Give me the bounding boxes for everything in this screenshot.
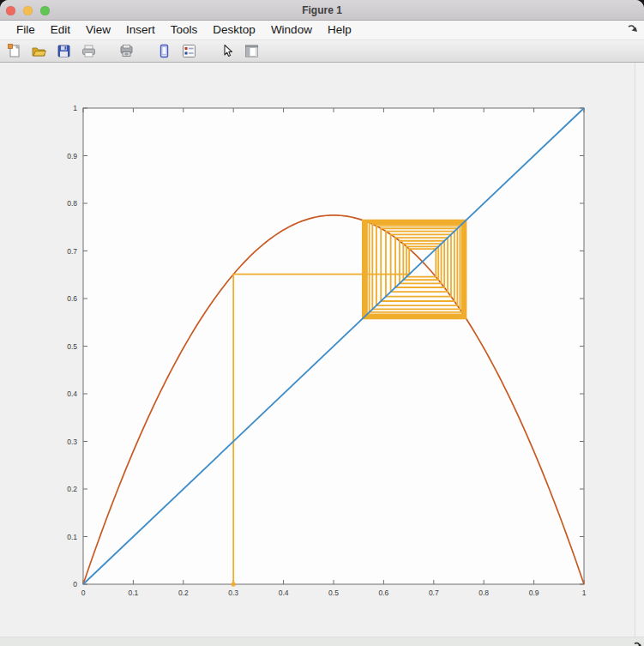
bottom-edge-strip [0, 637, 644, 646]
print-preview-icon[interactable] [117, 43, 135, 60]
y-tick-label: 0.6 [67, 294, 77, 303]
x-tick-label: 0.9 [529, 589, 539, 597]
dock-figure-icon[interactable] [627, 23, 639, 35]
y-tick-label: 0.3 [67, 438, 77, 446]
y-tick-label: 0.8 [67, 199, 77, 208]
new-figure-icon[interactable] [5, 43, 22, 60]
y-tick-label: 0 [73, 580, 77, 589]
cobweb-plot: 00.10.20.30.40.50.60.70.80.9100.10.20.30… [0, 63, 644, 646]
menu-file[interactable]: File [9, 21, 43, 39]
menu-bar: File Edit View Insert Tools Desktop Wind… [0, 21, 644, 40]
x-tick-label: 0.2 [178, 589, 189, 597]
y-tick-label: 0.5 [67, 342, 77, 351]
x-tick-label: 0.8 [478, 589, 489, 597]
x-tick-label: 0.3 [228, 589, 238, 597]
figure-window: Figure 1 File Edit View Insert Tools Des… [0, 0, 644, 646]
y-tick-label: 0.4 [67, 389, 77, 398]
print-figure-icon[interactable] [80, 43, 97, 60]
y-tick-label: 0.1 [67, 533, 77, 541]
menu-insert[interactable]: Insert [118, 21, 163, 39]
cobweb-start-marker [232, 582, 236, 586]
y-tick-label: 1 [73, 104, 77, 112]
right-edge-strip [635, 63, 644, 646]
save-figure-icon[interactable] [55, 43, 72, 60]
x-tick-label: 0.5 [328, 589, 339, 597]
menu-window[interactable]: Window [263, 21, 320, 39]
x-tick-label: 0.6 [378, 589, 388, 597]
menu-help[interactable]: Help [320, 21, 359, 39]
x-tick-label: 0.1 [128, 589, 138, 597]
figure-toolbar [0, 40, 644, 63]
window-title: Figure 1 [0, 0, 644, 20]
figure-palette-icon[interactable] [155, 43, 172, 60]
y-tick-label: 0.2 [67, 485, 77, 493]
x-tick-label: 1 [582, 589, 587, 597]
y-tick-label: 0.9 [67, 152, 77, 160]
x-tick-label: 0 [81, 589, 86, 597]
x-tick-label: 0.4 [279, 589, 289, 597]
y-tick-label: 0.7 [67, 247, 77, 256]
menu-desktop[interactable]: Desktop [205, 21, 263, 39]
property-editor-icon[interactable] [180, 43, 197, 60]
title-bar[interactable]: Figure 1 [0, 0, 644, 21]
edit-plot-icon[interactable] [218, 43, 235, 60]
menu-edit[interactable]: Edit [43, 21, 78, 39]
open-file-icon[interactable] [30, 43, 47, 60]
resize-grip-icon[interactable] [634, 638, 642, 646]
menu-view[interactable]: View [78, 21, 118, 39]
plot-browser-icon[interactable] [243, 43, 260, 60]
figure-canvas: 00.10.20.30.40.50.60.70.80.9100.10.20.30… [0, 63, 644, 646]
x-tick-label: 0.7 [429, 589, 439, 597]
menu-tools[interactable]: Tools [163, 21, 206, 39]
